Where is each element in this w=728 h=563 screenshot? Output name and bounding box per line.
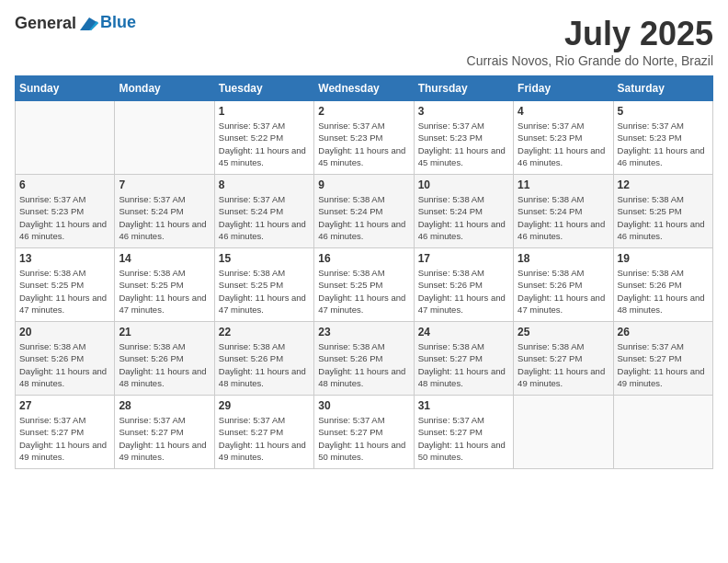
cell-info: Sunrise: 5:38 AM Sunset: 5:26 PM Dayligh…	[518, 267, 609, 316]
cell-info: Sunrise: 5:37 AM Sunset: 5:27 PM Dayligh…	[618, 340, 709, 389]
day-number: 31	[418, 399, 509, 412]
calendar-cell: 13Sunrise: 5:38 AM Sunset: 5:25 PM Dayli…	[16, 248, 115, 322]
day-number: 24	[418, 326, 509, 339]
day-number: 23	[318, 326, 409, 339]
title-block: July 2025 Currais Novos, Rio Grande do N…	[467, 15, 713, 68]
week-row-1: 1Sunrise: 5:37 AM Sunset: 5:22 PM Daylig…	[16, 101, 713, 175]
calendar-cell	[514, 396, 613, 469]
calendar-cell: 1Sunrise: 5:37 AM Sunset: 5:22 PM Daylig…	[214, 101, 313, 175]
day-number: 26	[618, 326, 709, 339]
day-header-wednesday: Wednesday	[314, 76, 414, 101]
day-header-monday: Monday	[115, 76, 214, 101]
cell-info: Sunrise: 5:38 AM Sunset: 5:24 PM Dayligh…	[518, 193, 609, 242]
cell-info: Sunrise: 5:37 AM Sunset: 5:24 PM Dayligh…	[119, 193, 210, 242]
day-number: 12	[618, 178, 709, 191]
cell-info: Sunrise: 5:37 AM Sunset: 5:24 PM Dayligh…	[219, 193, 310, 242]
day-number: 27	[19, 399, 110, 412]
cell-info: Sunrise: 5:38 AM Sunset: 5:27 PM Dayligh…	[418, 340, 509, 389]
calendar-cell: 16Sunrise: 5:38 AM Sunset: 5:25 PM Dayli…	[314, 248, 414, 322]
calendar-cell: 18Sunrise: 5:38 AM Sunset: 5:26 PM Dayli…	[514, 248, 613, 322]
cell-info: Sunrise: 5:37 AM Sunset: 5:27 PM Dayligh…	[219, 414, 310, 463]
logo-text: General	[15, 15, 98, 33]
calendar-cell: 20Sunrise: 5:38 AM Sunset: 5:26 PM Dayli…	[16, 322, 115, 396]
logo-blue: Blue	[100, 13, 136, 32]
calendar-cell: 28Sunrise: 5:37 AM Sunset: 5:27 PM Dayli…	[115, 396, 214, 469]
cell-info: Sunrise: 5:38 AM Sunset: 5:25 PM Dayligh…	[318, 267, 409, 316]
calendar-cell: 24Sunrise: 5:38 AM Sunset: 5:27 PM Dayli…	[414, 322, 513, 396]
day-number: 28	[119, 399, 210, 412]
calendar-cell: 22Sunrise: 5:38 AM Sunset: 5:26 PM Dayli…	[214, 322, 313, 396]
calendar-cell: 27Sunrise: 5:37 AM Sunset: 5:27 PM Dayli…	[16, 396, 115, 469]
calendar-cell: 9Sunrise: 5:38 AM Sunset: 5:24 PM Daylig…	[314, 175, 414, 248]
header-row: SundayMondayTuesdayWednesdayThursdayFrid…	[16, 76, 713, 101]
cell-info: Sunrise: 5:38 AM Sunset: 5:25 PM Dayligh…	[119, 267, 210, 316]
cell-info: Sunrise: 5:38 AM Sunset: 5:26 PM Dayligh…	[318, 340, 409, 389]
location: Currais Novos, Rio Grande do Norte, Braz…	[467, 53, 713, 68]
day-header-sunday: Sunday	[16, 76, 115, 101]
day-number: 7	[119, 178, 210, 191]
day-number: 2	[318, 105, 409, 118]
calendar-cell: 3Sunrise: 5:37 AM Sunset: 5:23 PM Daylig…	[414, 101, 513, 175]
calendar-cell: 29Sunrise: 5:37 AM Sunset: 5:27 PM Dayli…	[214, 396, 313, 469]
cell-info: Sunrise: 5:38 AM Sunset: 5:26 PM Dayligh…	[19, 340, 110, 389]
day-number: 17	[418, 252, 509, 265]
calendar-cell: 7Sunrise: 5:37 AM Sunset: 5:24 PM Daylig…	[115, 175, 214, 248]
calendar-cell: 19Sunrise: 5:38 AM Sunset: 5:26 PM Dayli…	[613, 248, 712, 322]
cell-info: Sunrise: 5:37 AM Sunset: 5:27 PM Dayligh…	[119, 414, 210, 463]
day-number: 29	[219, 399, 310, 412]
cell-info: Sunrise: 5:37 AM Sunset: 5:27 PM Dayligh…	[418, 414, 509, 463]
day-number: 22	[219, 326, 310, 339]
day-number: 1	[219, 105, 310, 118]
cell-info: Sunrise: 5:38 AM Sunset: 5:26 PM Dayligh…	[119, 340, 210, 389]
calendar-cell: 30Sunrise: 5:37 AM Sunset: 5:27 PM Dayli…	[314, 396, 414, 469]
day-number: 8	[219, 178, 310, 191]
cell-info: Sunrise: 5:37 AM Sunset: 5:27 PM Dayligh…	[19, 414, 110, 463]
calendar-cell	[16, 101, 115, 175]
page-header: General Blue July 2025 Currais Novos, Ri…	[15, 15, 713, 68]
logo: General Blue	[15, 15, 136, 33]
day-number: 4	[518, 105, 609, 118]
calendar-cell: 21Sunrise: 5:38 AM Sunset: 5:26 PM Dayli…	[115, 322, 214, 396]
cell-info: Sunrise: 5:37 AM Sunset: 5:23 PM Dayligh…	[518, 120, 609, 168]
day-number: 15	[219, 252, 310, 265]
day-header-thursday: Thursday	[414, 76, 513, 101]
calendar-cell: 11Sunrise: 5:38 AM Sunset: 5:24 PM Dayli…	[514, 175, 613, 248]
day-number: 6	[19, 178, 110, 191]
cell-info: Sunrise: 5:38 AM Sunset: 5:26 PM Dayligh…	[219, 340, 310, 389]
day-number: 13	[19, 252, 110, 265]
week-row-2: 6Sunrise: 5:37 AM Sunset: 5:23 PM Daylig…	[16, 175, 713, 248]
calendar-cell: 26Sunrise: 5:37 AM Sunset: 5:27 PM Dayli…	[613, 322, 712, 396]
day-number: 16	[318, 252, 409, 265]
cell-info: Sunrise: 5:38 AM Sunset: 5:25 PM Dayligh…	[19, 267, 110, 316]
calendar-cell: 23Sunrise: 5:38 AM Sunset: 5:26 PM Dayli…	[314, 322, 414, 396]
day-number: 9	[318, 178, 409, 191]
cell-info: Sunrise: 5:38 AM Sunset: 5:24 PM Dayligh…	[318, 193, 409, 242]
week-row-5: 27Sunrise: 5:37 AM Sunset: 5:27 PM Dayli…	[16, 396, 713, 469]
calendar-cell: 5Sunrise: 5:37 AM Sunset: 5:23 PM Daylig…	[613, 101, 712, 175]
day-number: 14	[119, 252, 210, 265]
calendar-cell: 2Sunrise: 5:37 AM Sunset: 5:23 PM Daylig…	[314, 101, 414, 175]
day-number: 18	[518, 252, 609, 265]
cell-info: Sunrise: 5:37 AM Sunset: 5:27 PM Dayligh…	[318, 414, 409, 463]
cell-info: Sunrise: 5:38 AM Sunset: 5:26 PM Dayligh…	[618, 267, 709, 316]
calendar-cell: 10Sunrise: 5:38 AM Sunset: 5:24 PM Dayli…	[414, 175, 513, 248]
week-row-4: 20Sunrise: 5:38 AM Sunset: 5:26 PM Dayli…	[16, 322, 713, 396]
calendar-cell: 15Sunrise: 5:38 AM Sunset: 5:25 PM Dayli…	[214, 248, 313, 322]
cell-info: Sunrise: 5:37 AM Sunset: 5:23 PM Dayligh…	[618, 120, 709, 168]
cell-info: Sunrise: 5:38 AM Sunset: 5:25 PM Dayligh…	[618, 193, 709, 242]
cell-info: Sunrise: 5:38 AM Sunset: 5:24 PM Dayligh…	[418, 193, 509, 242]
month-title: July 2025	[467, 15, 713, 53]
day-number: 21	[119, 326, 210, 339]
cell-info: Sunrise: 5:38 AM Sunset: 5:26 PM Dayligh…	[418, 267, 509, 316]
day-number: 19	[618, 252, 709, 265]
day-number: 25	[518, 326, 609, 339]
calendar-cell: 25Sunrise: 5:38 AM Sunset: 5:27 PM Dayli…	[514, 322, 613, 396]
calendar-cell: 6Sunrise: 5:37 AM Sunset: 5:23 PM Daylig…	[16, 175, 115, 248]
cell-info: Sunrise: 5:37 AM Sunset: 5:22 PM Dayligh…	[219, 120, 310, 168]
day-number: 3	[418, 105, 509, 118]
calendar-cell: 31Sunrise: 5:37 AM Sunset: 5:27 PM Dayli…	[414, 396, 513, 469]
cell-info: Sunrise: 5:38 AM Sunset: 5:27 PM Dayligh…	[518, 340, 609, 389]
calendar-table: SundayMondayTuesdayWednesdayThursdayFrid…	[15, 75, 713, 469]
cell-info: Sunrise: 5:38 AM Sunset: 5:25 PM Dayligh…	[219, 267, 310, 316]
calendar-cell	[613, 396, 712, 469]
